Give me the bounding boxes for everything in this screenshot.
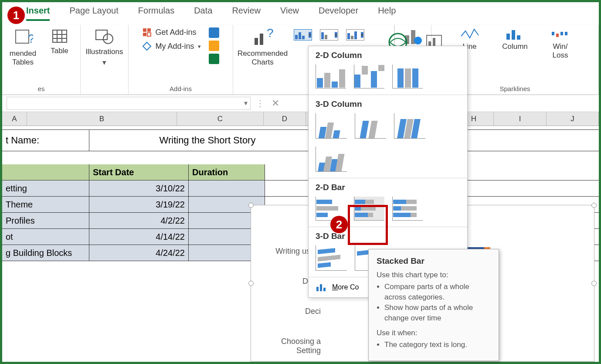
date-cell[interactable]: 4/2/22 (89, 213, 189, 228)
addins-icon (142, 41, 152, 51)
svg-text:?: ? (267, 27, 274, 40)
sparkline-column-icon (506, 27, 525, 41)
axis-label: Deci (255, 307, 321, 316)
svg-rect-24 (556, 34, 559, 37)
sparkline-column-button[interactable]: Column (500, 27, 530, 51)
task-cell[interactable]: ot (2, 229, 89, 245)
get-addins-button[interactable]: Get Add-ins (142, 27, 200, 37)
tab-data[interactable]: Data (194, 6, 212, 19)
svg-rect-20 (506, 34, 510, 40)
col-header-c[interactable]: C (177, 112, 264, 126)
dots-icon: ⋮ (256, 98, 265, 109)
table-icon (51, 27, 68, 45)
col-header-b[interactable]: B (27, 112, 177, 126)
recommended-pivot-tables-button[interactable]: ? mended Tables (8, 27, 38, 66)
task-cell[interactable]: etting (2, 180, 89, 196)
tab-insert[interactable]: Insert (26, 6, 50, 21)
gallery-section-3d-column: 3-D Column (316, 99, 460, 109)
svg-rect-10 (147, 28, 151, 32)
stacked-column-option[interactable] (354, 65, 384, 88)
ribbon-tabs: Insert Page Layout Formulas Data Review … (2, 2, 599, 25)
date-cell[interactable]: 4/24/22 (89, 245, 189, 261)
stacked-bar-option[interactable] (354, 197, 384, 221)
task-cell[interactable]: Theme (2, 197, 89, 212)
date-cell[interactable]: 4/14/22 (89, 229, 189, 245)
header-row: Start Date Duration (2, 164, 599, 180)
tab-view[interactable]: View (280, 6, 299, 19)
resize-handle[interactable] (248, 203, 254, 208)
svg-rect-21 (512, 30, 515, 40)
bing-icon[interactable] (209, 41, 219, 51)
sparkline-winloss-icon (551, 27, 570, 41)
sparklines-group-label: Sparklines (499, 83, 530, 92)
duration-cell[interactable] (189, 180, 265, 196)
svg-rect-30 (433, 38, 435, 47)
column-chart-dropdown[interactable]: ▾ (294, 29, 312, 41)
svg-rect-12 (147, 33, 151, 36)
svg-rect-0 (16, 30, 29, 43)
my-addins-button[interactable]: My Add-ins ▾ (142, 41, 200, 51)
header-start-date: Start Date (89, 164, 189, 180)
ribbon-body: ? mended Tables Table es Illustrations ▾ (2, 25, 599, 95)
recommended-charts-button[interactable]: ? Recommended Charts (238, 27, 288, 66)
3d-stacked-column-100-option[interactable] (394, 113, 425, 139)
resize-handle[interactable] (591, 203, 597, 208)
illustrations-button[interactable]: Illustrations ▾ (86, 27, 123, 67)
table-button[interactable]: Table (44, 27, 75, 55)
task-cell[interactable]: Profiles (2, 213, 89, 228)
chart-question-icon: ? (252, 27, 274, 48)
project-name-value[interactable]: Writing the Short Story (89, 130, 326, 151)
tab-page-layout[interactable]: Page Layout (69, 6, 118, 19)
cancel-formula-button[interactable]: ✕ (272, 98, 279, 109)
svg-text:?: ? (28, 32, 33, 45)
svg-rect-23 (552, 32, 554, 35)
col-header-j[interactable]: J (547, 112, 599, 126)
clustered-column-option[interactable] (316, 65, 346, 88)
col-header-d[interactable]: D (264, 112, 306, 126)
svg-rect-14 (255, 38, 258, 45)
tooltip-title: Stacked Bar (377, 255, 491, 267)
svg-rect-2 (53, 30, 67, 42)
data-row[interactable]: etting3/10/22 (2, 180, 599, 197)
date-cell[interactable]: 3/10/22 (89, 180, 189, 196)
svg-marker-13 (143, 42, 151, 50)
svg-point-19 (414, 37, 422, 44)
header-duration: Duration (189, 164, 265, 180)
date-cell[interactable]: 3/19/22 (89, 197, 189, 212)
svg-rect-31 (316, 287, 319, 291)
svg-rect-26 (565, 32, 567, 35)
svg-rect-33 (323, 288, 326, 291)
waterfall-chart-dropdown[interactable]: ▾ (346, 29, 364, 41)
svg-rect-11 (143, 33, 146, 36)
3d-clustered-column-option[interactable] (316, 113, 347, 139)
sparkline-winloss-button[interactable]: Win/ Loss (545, 27, 576, 59)
svg-rect-15 (260, 34, 263, 45)
svg-rect-32 (320, 284, 322, 291)
resize-handle[interactable] (591, 281, 597, 286)
tab-formulas[interactable]: Formulas (138, 6, 174, 19)
tab-help[interactable]: Help (378, 6, 396, 19)
3d-clustered-bar-option[interactable] (316, 245, 347, 271)
col-header-i[interactable]: I (494, 112, 547, 126)
svg-rect-9 (143, 28, 146, 32)
project-name-row: t Name: Writing the Short Story (2, 129, 599, 151)
name-box[interactable]: ▾ (7, 97, 251, 110)
tables-group-label: es (38, 83, 45, 92)
3d-stacked-column-option[interactable] (355, 113, 386, 139)
3d-column-option[interactable] (316, 146, 347, 172)
column-headers: A B C D H I J (2, 112, 599, 126)
col-header-a[interactable]: A (2, 112, 27, 126)
task-cell[interactable]: g Building Blocks (2, 245, 89, 261)
store-icon (142, 27, 152, 37)
tab-review[interactable]: Review (232, 6, 261, 19)
stacked-bar-100-option[interactable] (392, 197, 423, 221)
svg-rect-25 (560, 32, 563, 35)
stacked-column-100-option[interactable] (392, 65, 423, 88)
people-graph-icon[interactable] (209, 54, 219, 64)
visio-icon[interactable] (209, 27, 219, 38)
hierarchy-chart-dropdown[interactable]: ▾ (320, 29, 338, 41)
resize-handle[interactable] (248, 281, 254, 286)
annotation-marker-2: 2 (330, 216, 348, 233)
chart-tooltip: Stacked Bar Use this chart type to: Comp… (368, 249, 499, 361)
tab-developer[interactable]: Developer (319, 6, 358, 19)
